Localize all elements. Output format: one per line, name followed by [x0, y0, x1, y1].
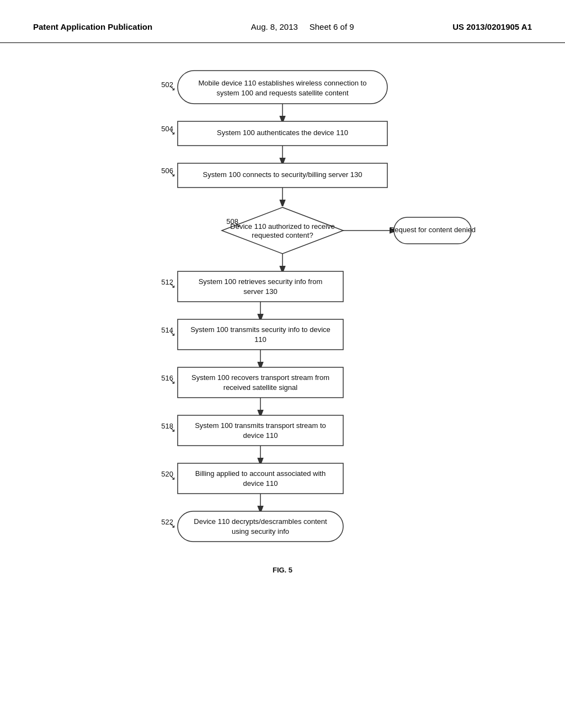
svg-text:↘: ↘	[169, 170, 175, 178]
svg-rect-27	[178, 271, 343, 302]
svg-text:Request for content denied: Request for content denied	[390, 226, 476, 234]
svg-text:↘: ↘	[169, 329, 175, 338]
header: Patent Application Publication Aug. 8, 2…	[0, 0, 565, 43]
svg-text:↘: ↘	[169, 84, 175, 92]
header-center: Aug. 8, 2013 Sheet 6 of 9	[251, 22, 354, 31]
svg-text:requested content?: requested content?	[252, 231, 313, 239]
date-label: Aug. 8, 2013	[251, 22, 298, 31]
svg-text:System 100 recovers transport : System 100 recovers transport stream fro…	[191, 373, 329, 382]
svg-text:↘: ↘	[169, 281, 175, 290]
svg-text:System 100 retrieves security : System 100 retrieves security info from	[199, 277, 323, 286]
diagram-area: text { font-family: Arial, sans-serif; f…	[0, 43, 565, 602]
svg-text:system 100 and requests satell: system 100 and requests satellite conten…	[216, 89, 349, 97]
svg-text:↘: ↘	[169, 425, 175, 433]
svg-text:Device 110 decrypts/descramble: Device 110 decrypts/descrambles content	[194, 517, 327, 526]
svg-text:device 110: device 110	[243, 431, 278, 440]
svg-text:Device 110 authorized to recei: Device 110 authorized to receive	[230, 222, 334, 231]
svg-text:server 130: server 130	[243, 287, 277, 296]
svg-text:System 100 authenticates the d: System 100 authenticates the device 110	[217, 129, 348, 137]
svg-text:System 100 transmits security : System 100 transmits security info to de…	[190, 325, 331, 334]
svg-text:↘: ↘	[234, 221, 241, 229]
svg-text:110: 110	[254, 335, 266, 344]
svg-text:using security info: using security info	[232, 527, 289, 536]
svg-rect-51	[178, 463, 343, 494]
svg-text:Billing applied to account ass: Billing applied to account associated wi…	[195, 469, 326, 478]
flowchart-svg: text { font-family: Arial, sans-serif; f…	[89, 60, 476, 584]
svg-text:device 110: device 110	[243, 479, 278, 488]
svg-text:↘: ↘	[169, 377, 175, 386]
svg-rect-45	[178, 415, 343, 446]
svg-text:System 100 transmits transport: System 100 transmits transport stream to	[195, 421, 326, 430]
svg-rect-57	[178, 511, 343, 542]
svg-text:↘: ↘	[169, 128, 175, 136]
flowchart-container: text { font-family: Arial, sans-serif; f…	[89, 60, 476, 586]
svg-text:FIG. 5: FIG. 5	[273, 566, 292, 574]
svg-text:Mobile device 110 establishes : Mobile device 110 establishes wireless c…	[199, 79, 367, 87]
page: Patent Application Publication Aug. 8, 2…	[0, 0, 565, 728]
svg-text:System 100 connects to securit: System 100 connects to security/billing …	[202, 170, 362, 179]
patent-publication-label: Patent Application Publication	[33, 22, 152, 31]
sheet-label: Sheet 6 of 9	[310, 22, 354, 31]
svg-rect-33	[178, 319, 343, 350]
svg-text:received satellite signal: received satellite signal	[223, 383, 298, 392]
svg-text:↘: ↘	[169, 473, 175, 481]
svg-text:↘: ↘	[169, 521, 175, 529]
patent-number-label: US 2013/0201905 A1	[452, 22, 532, 31]
svg-rect-39	[178, 367, 343, 398]
